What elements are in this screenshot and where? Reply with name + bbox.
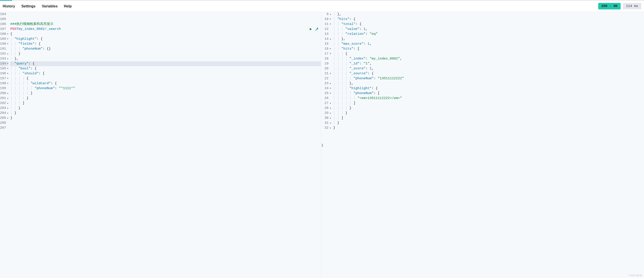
- gutter-line-number: 9▲: [323, 12, 332, 17]
- fold-toggle-icon[interactable]: ▼: [7, 36, 8, 42]
- code-line[interactable]: │ │ }: [10, 52, 321, 56]
- code-line[interactable]: │ │ │ │ "_source": {: [333, 71, 644, 76]
- fold-toggle-icon[interactable]: ▼: [330, 17, 332, 22]
- code-line[interactable]: │ │ │ │ │ }: [10, 91, 321, 96]
- code-line[interactable]: │ },: [10, 56, 321, 61]
- code-line[interactable]: │ │ │ │ "_index": "my_index_0602",: [333, 56, 644, 61]
- code-line[interactable]: │ │ "fields": {: [10, 42, 321, 46]
- fold-toggle-icon[interactable]: ▼: [7, 42, 8, 46]
- gutter-line-number: 25▼: [323, 91, 332, 96]
- code-line[interactable]: │ │ │ "should": [: [10, 71, 321, 76]
- code-line[interactable]: │ │ │ │ {: [10, 76, 321, 81]
- fold-toggle-icon[interactable]: ▼: [7, 76, 8, 81]
- code-line[interactable]: │ │ │ │ "_id": "1",: [333, 61, 644, 66]
- help-menu[interactable]: Help: [64, 4, 72, 8]
- fold-toggle-icon[interactable]: ▲: [330, 81, 332, 86]
- fold-toggle-icon[interactable]: ▲: [330, 126, 332, 130]
- response-code[interactable]: │ },│ "hits": {│ │ "total": {│ │ │ "valu…: [333, 12, 644, 278]
- code-line[interactable]: │ │ "max_score": 1,: [333, 42, 644, 46]
- gutter-line-number: 10▼: [323, 17, 332, 22]
- pane-splitter[interactable]: ∥: [321, 12, 323, 278]
- fold-toggle-icon[interactable]: ▲: [7, 96, 8, 101]
- request-editor[interactable]: 184185186187188▼189▼190▼191192▲193▲194▼1…: [0, 12, 321, 278]
- code-line[interactable]: │ │ │ "phoneNum": {}: [10, 46, 321, 52]
- code-line[interactable]: │ │ },: [333, 36, 644, 42]
- gutter-line-number: 192▲: [0, 52, 8, 56]
- code-line[interactable]: │ },: [333, 12, 644, 17]
- fold-toggle-icon[interactable]: ▲: [330, 106, 332, 111]
- code-line[interactable]: │ │ "bool": {: [10, 66, 321, 71]
- fold-toggle-icon[interactable]: ▲: [7, 101, 8, 106]
- fold-toggle-icon[interactable]: ▼: [330, 91, 332, 96]
- fold-toggle-icon[interactable]: ▼: [7, 81, 8, 86]
- code-line[interactable]: │ "highlight": {: [10, 36, 321, 42]
- code-line[interactable]: │ │ │ }: [333, 111, 644, 116]
- code-line[interactable]: │ │ ]: [333, 116, 644, 120]
- code-line[interactable]: │ │ │ │ │ "phoneNum": "13511112222": [333, 76, 644, 81]
- response-editor[interactable]: 9▲10▼11▼121314▲1516▼17▼18192021▼2223▲24▼…: [323, 12, 644, 278]
- code-line[interactable]: │ │ │ "relation": "eq": [333, 32, 644, 36]
- code-line[interactable]: │ │ │ "value": 1,: [333, 27, 644, 32]
- code-line[interactable]: }: [333, 126, 644, 130]
- code-line[interactable]: │ "query": {: [10, 61, 321, 66]
- code-line[interactable]: │ │ "total": {: [333, 22, 644, 27]
- request-code[interactable]: ###执行模糊检索和高亮显示POST my_index_0602/_search…: [10, 12, 321, 278]
- code-line[interactable]: │ │ │ │ │ │ "phoneNum": "*1111*": [10, 86, 321, 91]
- code-line[interactable]: ###执行模糊检索和高亮显示: [10, 22, 321, 27]
- variables-menu[interactable]: Variables: [42, 4, 58, 8]
- fold-toggle-icon[interactable]: ▲: [330, 12, 332, 17]
- gutter-line-number: 188▼: [0, 32, 8, 36]
- code-line[interactable]: POST my_index_0602/_search: [10, 27, 321, 32]
- code-line[interactable]: │ │ │ │ },: [333, 81, 644, 86]
- code-line[interactable]: [10, 120, 321, 126]
- fold-toggle-icon[interactable]: ▲: [330, 116, 332, 120]
- code-line[interactable]: │ │ │ │ │ "wildcard": {: [10, 81, 321, 86]
- fold-toggle-icon[interactable]: ▲: [330, 111, 332, 116]
- split-panes: 184185186187188▼189▼190▼191192▲193▲194▼1…: [0, 12, 644, 278]
- code-line[interactable]: [10, 17, 321, 22]
- code-line[interactable]: │ │ │ │ }: [10, 96, 321, 101]
- fold-toggle-icon[interactable]: ▼: [330, 22, 332, 27]
- fold-toggle-icon[interactable]: ▲: [7, 56, 8, 61]
- code-line[interactable]: │ │ │ │ "highlight": {: [333, 86, 644, 91]
- fold-toggle-icon[interactable]: ▼: [7, 71, 8, 76]
- fold-toggle-icon[interactable]: ▼: [7, 61, 8, 66]
- code-line[interactable]: [10, 12, 321, 17]
- fold-toggle-icon[interactable]: ▼: [330, 52, 332, 56]
- response-time-badge: 114 ms: [623, 3, 641, 10]
- fold-toggle-icon[interactable]: ▲: [7, 52, 8, 56]
- code-line[interactable]: │ │ │ │ }: [333, 106, 644, 111]
- code-line[interactable]: │ │ │ {: [333, 52, 644, 56]
- code-line[interactable]: {: [10, 32, 321, 36]
- code-line[interactable]: │ │ │ ]: [10, 101, 321, 106]
- code-line[interactable]: │ │ │ │ │ "phoneNum": [: [333, 91, 644, 96]
- fold-toggle-icon[interactable]: ▲: [330, 101, 332, 106]
- gutter-line-number: 204▲: [0, 111, 8, 116]
- code-line[interactable]: │ }: [333, 120, 644, 126]
- fold-toggle-icon[interactable]: ▲: [7, 106, 8, 111]
- play-icon[interactable]: [309, 27, 313, 31]
- code-line[interactable]: [10, 126, 321, 130]
- code-line[interactable]: │ │ "hits": [: [333, 46, 644, 52]
- fold-toggle-icon[interactable]: ▼: [330, 86, 332, 91]
- wrench-icon[interactable]: [314, 27, 319, 31]
- code-line[interactable]: │ │ │ │ "_score": 1,: [333, 66, 644, 71]
- history-menu[interactable]: History: [3, 4, 15, 8]
- fold-toggle-icon[interactable]: ▲: [330, 120, 332, 126]
- code-line[interactable]: │ │ }: [10, 106, 321, 111]
- fold-toggle-icon[interactable]: ▼: [7, 66, 8, 71]
- fold-toggle-icon[interactable]: ▼: [330, 71, 332, 76]
- code-line[interactable]: }: [10, 116, 321, 120]
- fold-toggle-icon[interactable]: ▲: [7, 116, 8, 120]
- gutter-line-number: 27▲: [323, 101, 332, 106]
- code-line[interactable]: │ }: [10, 111, 321, 116]
- fold-toggle-icon[interactable]: ▲: [7, 111, 8, 116]
- fold-toggle-icon[interactable]: ▼: [330, 46, 332, 52]
- fold-toggle-icon[interactable]: ▼: [7, 32, 8, 36]
- code-line[interactable]: │ "hits": {: [333, 17, 644, 22]
- fold-toggle-icon[interactable]: ▲: [7, 91, 8, 96]
- fold-toggle-icon[interactable]: ▲: [330, 36, 332, 42]
- code-line[interactable]: │ │ │ │ │ ]: [333, 101, 644, 106]
- code-line[interactable]: │ │ │ │ │ │ "<em>13511112222</em>": [333, 96, 644, 101]
- settings-menu[interactable]: Settings: [21, 4, 36, 8]
